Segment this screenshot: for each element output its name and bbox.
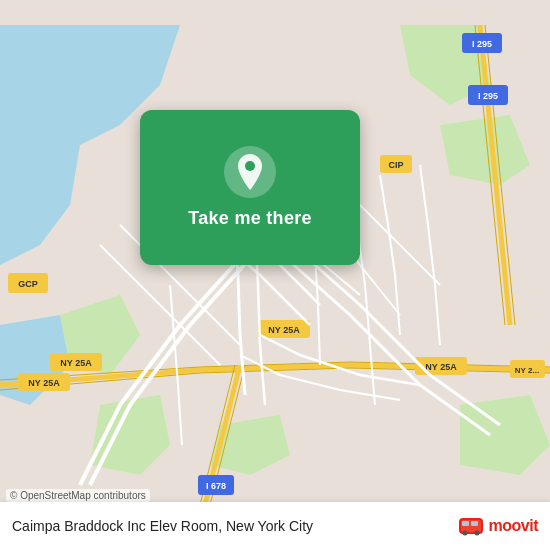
take-me-there-button-label: Take me there xyxy=(188,208,312,229)
svg-text:NY 25A: NY 25A xyxy=(60,358,92,368)
svg-text:I 678: I 678 xyxy=(206,481,226,491)
location-name: Caimpa Braddock Inc Elev Room, New York … xyxy=(12,518,313,534)
map-container: NY 25A NY 25A NY 25A NY 25A I 678 I 295 xyxy=(0,0,550,550)
svg-text:CIP: CIP xyxy=(388,160,403,170)
map-background: NY 25A NY 25A NY 25A NY 25A I 678 I 295 xyxy=(0,0,550,550)
svg-rect-27 xyxy=(471,521,478,526)
moovit-logo: moovit xyxy=(457,512,538,540)
svg-point-21 xyxy=(245,161,255,171)
map-attribution: © OpenStreetMap contributors xyxy=(6,489,150,502)
svg-text:NY 25A: NY 25A xyxy=(268,325,300,335)
svg-text:I 295: I 295 xyxy=(472,39,492,49)
svg-text:NY 25A: NY 25A xyxy=(28,378,60,388)
location-pin-icon xyxy=(235,154,265,190)
take-me-there-card[interactable]: Take me there xyxy=(140,110,360,265)
svg-text:NY 2...: NY 2... xyxy=(515,366,539,375)
svg-rect-26 xyxy=(462,521,469,526)
svg-text:GCP: GCP xyxy=(18,279,38,289)
location-icon-wrapper xyxy=(224,146,276,198)
moovit-brand-text: moovit xyxy=(489,517,538,535)
svg-point-24 xyxy=(462,531,467,536)
svg-text:NY 25A: NY 25A xyxy=(425,362,457,372)
moovit-brand-icon xyxy=(457,512,485,540)
svg-text:I 295: I 295 xyxy=(478,91,498,101)
svg-point-25 xyxy=(474,531,479,536)
bottom-bar: Caimpa Braddock Inc Elev Room, New York … xyxy=(0,502,550,550)
